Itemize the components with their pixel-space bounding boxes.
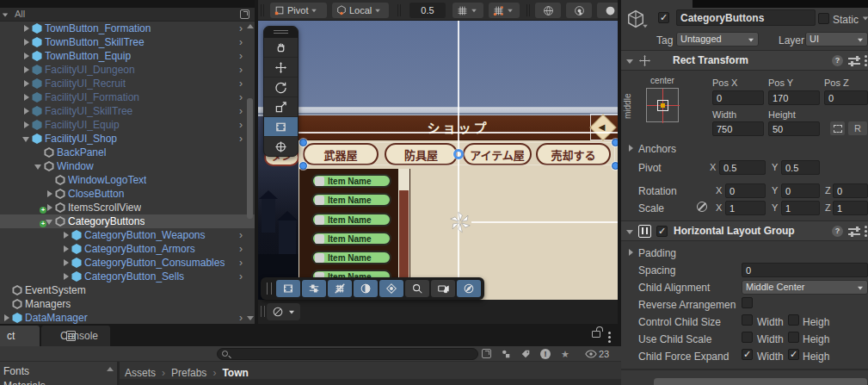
foldout-icon[interactable]: [22, 37, 32, 47]
blueprint-mode-button[interactable]: [830, 121, 845, 135]
rect-handle-bottom-left[interactable]: [299, 162, 307, 170]
static-flags-caret[interactable]: [863, 17, 868, 21]
control-width-checkbox[interactable]: [742, 314, 753, 326]
hierarchy-item[interactable]: CategoryButton_Weapons›: [0, 228, 255, 242]
breadcrumb-town[interactable]: Town: [222, 367, 248, 379]
hierarchy-item[interactable]: CategoryButton_Armors›: [0, 242, 255, 256]
hand-tool-button[interactable]: [264, 38, 298, 58]
foldout-icon[interactable]: [22, 51, 32, 61]
static-checkbox[interactable]: [818, 13, 829, 24]
hierarchy-item[interactable]: EventSystem: [0, 283, 255, 297]
scroll-down-icon[interactable]: [247, 316, 254, 320]
expand-width-checkbox[interactable]: [742, 349, 753, 360]
hierarchy-item-selected[interactable]: +CategoryButtons: [0, 214, 255, 228]
rotation-z-field[interactable]: [833, 183, 868, 198]
more-menu-icon[interactable]: [608, 332, 611, 334]
foldout-icon[interactable]: [627, 248, 636, 257]
chevron-down-icon[interactable]: [289, 310, 294, 314]
handle-space-button[interactable]: Local: [332, 3, 389, 18]
prefab-open-arrow[interactable]: ›: [239, 242, 243, 256]
prefab-open-arrow[interactable]: ›: [239, 256, 243, 270]
hierarchy-item[interactable]: FacilityUI_Shop›: [0, 132, 255, 146]
hierarchy-item[interactable]: TownButton_Formation›: [0, 22, 255, 35]
rotate-tool-button[interactable]: [264, 78, 298, 97]
presets-icon[interactable]: [848, 56, 860, 66]
tag-dropdown[interactable]: Untagged: [676, 32, 759, 47]
layout-group-header[interactable]: Horizontal Layout Group ?: [621, 220, 868, 241]
item-row[interactable]: Item Name: [311, 251, 391, 264]
help-icon[interactable]: ?: [832, 55, 843, 66]
hierarchy-item[interactable]: CategoryButton_Sells›: [0, 270, 255, 283]
folder-item[interactable]: Materials: [3, 380, 46, 385]
scroll-up-icon[interactable]: [247, 24, 254, 28]
hierarchy-item[interactable]: WindowLogoText: [0, 173, 255, 187]
scene-lighting-button[interactable]: [535, 3, 561, 18]
raw-edit-mode-button[interactable]: R: [848, 121, 867, 135]
layer-dropdown[interactable]: UI: [805, 32, 868, 47]
transform-tool-button[interactable]: [264, 137, 298, 157]
hierarchy-item[interactable]: CloseButton: [0, 187, 255, 201]
foldout-icon[interactable]: [2, 313, 12, 323]
hierarchy-item[interactable]: TownButton_Equip›: [0, 49, 255, 63]
hierarchy-search-bar[interactable]: All: [0, 8, 255, 22]
pos-x-field[interactable]: [712, 90, 764, 105]
scale-height-checkbox[interactable]: [788, 332, 799, 343]
grid-snapping-toggle[interactable]: [328, 280, 352, 297]
visibility-eye-icon[interactable]: [585, 350, 597, 358]
view-options-toggle[interactable]: [354, 280, 378, 297]
spacing-field[interactable]: [742, 263, 868, 277]
pos-z-field[interactable]: [824, 90, 868, 105]
prefab-open-arrow[interactable]: ›: [239, 90, 243, 104]
item-row[interactable]: Item Name: [311, 174, 391, 188]
prefab-open-arrow[interactable]: ›: [239, 311, 243, 325]
hierarchy-item[interactable]: CategoryButton_Consumables›: [0, 256, 255, 270]
tool-settings-toggle[interactable]: [302, 280, 326, 297]
prefab-open-arrow[interactable]: ›: [239, 49, 243, 63]
view-orientation-bar[interactable]: [267, 303, 300, 320]
foldout-icon[interactable]: [626, 57, 635, 65]
hierarchy-item[interactable]: BackPanel: [0, 146, 255, 159]
expand-height-checkbox[interactable]: [788, 349, 799, 360]
control-height-checkbox[interactable]: [788, 314, 799, 326]
rotation-x-field[interactable]: [725, 183, 766, 198]
hierarchy-item-inactive[interactable]: FacilityUI_SkillTree›: [0, 104, 255, 118]
tab-project[interactable]: ct: [0, 326, 40, 346]
prefab-open-arrow[interactable]: ›: [239, 270, 243, 283]
child-alignment-dropdown[interactable]: Middle Center: [742, 280, 868, 295]
warning-filter-icon[interactable]: !: [540, 349, 551, 359]
label-filter-icon[interactable]: [520, 349, 531, 359]
toolbar-grip[interactable]: [261, 4, 262, 16]
foldout-icon[interactable]: [627, 144, 636, 152]
item-row[interactable]: Item Name: [311, 193, 391, 207]
overlay-grip[interactable]: [267, 283, 272, 295]
hierarchy-item-inactive[interactable]: FacilityUI_Equip›: [0, 118, 255, 132]
hierarchy-item[interactable]: TownButton_SkillTree›: [0, 35, 255, 49]
foldout-icon[interactable]: [22, 120, 32, 130]
maximize-icon[interactable]: [482, 349, 491, 358]
hierarchy-item-inactive[interactable]: FacilityUI_Dungeon›: [0, 63, 255, 77]
scene-audio-button[interactable]: [566, 3, 592, 18]
foldout-icon[interactable]: [61, 258, 71, 268]
scroll-up-icon[interactable]: [107, 367, 114, 371]
gameobject-name-field[interactable]: [676, 9, 816, 26]
pivot-mode-button[interactable]: Pivot: [270, 3, 327, 18]
component-enabled-checkbox[interactable]: [656, 226, 668, 237]
foldout-icon[interactable]: [61, 271, 71, 282]
prefab-open-arrow[interactable]: ›: [239, 63, 243, 77]
foldout-icon[interactable]: [61, 244, 71, 254]
rotation-y-field[interactable]: [781, 183, 820, 198]
foldout-icon[interactable]: [22, 92, 32, 102]
hierarchy-item-inactive[interactable]: FacilityUI_Recruit›: [0, 77, 255, 90]
scene-effects-button[interactable]: [597, 3, 618, 18]
move-tool-button[interactable]: [264, 58, 298, 78]
more-menu-icon[interactable]: [865, 226, 867, 228]
favorites-star-icon[interactable]: ★: [561, 349, 569, 360]
add-component-button[interactable]: [654, 378, 867, 385]
project-search-input[interactable]: [217, 348, 478, 360]
prefab-open-arrow[interactable]: ›: [239, 104, 243, 118]
foldout-icon[interactable]: [22, 65, 32, 75]
scale-x-field[interactable]: [725, 201, 766, 215]
height-field[interactable]: [768, 121, 820, 136]
rect-handle-top-right[interactable]: [612, 139, 618, 146]
hierarchy-scrollbar[interactable]: [247, 22, 254, 322]
